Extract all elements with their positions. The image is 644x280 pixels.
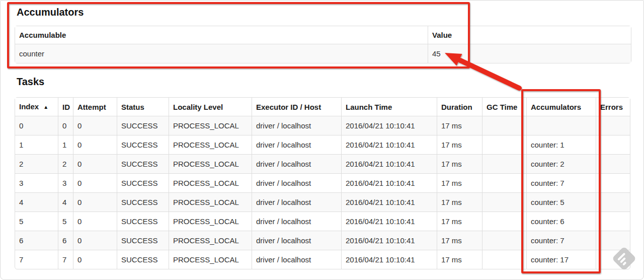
task-cell-executor: driver / localhost bbox=[252, 192, 341, 212]
task-cell-id: 6 bbox=[58, 231, 73, 250]
task-cell-attempt: 0 bbox=[73, 250, 117, 269]
accumulators-table: Accumulable Value counter 45 bbox=[15, 26, 631, 63]
task-cell-accumulators bbox=[526, 116, 596, 135]
task-cell-status: SUCCESS bbox=[117, 250, 169, 269]
task-cell-index: 6 bbox=[15, 231, 58, 250]
task-cell-executor: driver / localhost bbox=[252, 135, 341, 154]
task-row: 220SUCCESSPROCESS_LOCALdriver / localhos… bbox=[15, 154, 630, 173]
task-cell-index: 2 bbox=[15, 154, 58, 173]
task-cell-attempt: 0 bbox=[73, 231, 117, 250]
task-cell-errors bbox=[596, 135, 630, 154]
task-cell-executor: driver / localhost bbox=[252, 116, 341, 135]
task-cell-errors bbox=[596, 212, 630, 231]
task-cell-executor: driver / localhost bbox=[252, 154, 341, 173]
task-cell-index: 1 bbox=[15, 135, 58, 154]
task-cell-errors bbox=[596, 116, 630, 135]
page-frame: Accumulators Accumulable Value counter 4… bbox=[0, 0, 644, 280]
accumulator-row: counter 45 bbox=[15, 44, 631, 63]
tasks-section-title: Tasks bbox=[17, 76, 44, 88]
task-row: 000SUCCESSPROCESS_LOCALdriver / localhos… bbox=[15, 116, 630, 135]
column-header-index-label: Index bbox=[19, 102, 39, 111]
column-header-attempt[interactable]: Attempt bbox=[73, 98, 117, 116]
task-cell-accumulators: counter: 5 bbox=[526, 192, 596, 212]
task-cell-launch: 2016/04/21 10:10:41 bbox=[341, 231, 437, 250]
column-header-value[interactable]: Value bbox=[428, 26, 631, 44]
task-cell-duration: 17 ms bbox=[437, 250, 482, 269]
task-cell-index: 3 bbox=[15, 173, 58, 192]
task-cell-index: 4 bbox=[15, 192, 58, 212]
column-header-duration[interactable]: Duration bbox=[437, 98, 482, 116]
task-cell-id: 3 bbox=[58, 173, 73, 192]
task-cell-accumulators: counter: 2 bbox=[526, 154, 596, 173]
column-header-locality-level[interactable]: Locality Level bbox=[169, 98, 252, 116]
task-cell-attempt: 0 bbox=[73, 212, 117, 231]
task-cell-attempt: 0 bbox=[73, 173, 117, 192]
task-row: 330SUCCESSPROCESS_LOCALdriver / localhos… bbox=[15, 173, 630, 192]
task-cell-duration: 17 ms bbox=[437, 231, 482, 250]
task-cell-executor: driver / localhost bbox=[252, 250, 341, 269]
task-cell-attempt: 0 bbox=[73, 192, 117, 212]
task-cell-duration: 17 ms bbox=[437, 212, 482, 231]
task-cell-status: SUCCESS bbox=[117, 135, 169, 154]
task-cell-status: SUCCESS bbox=[117, 192, 169, 212]
task-cell-id: 5 bbox=[58, 212, 73, 231]
task-row: 770SUCCESSPROCESS_LOCALdriver / localhos… bbox=[15, 250, 630, 269]
task-cell-index: 5 bbox=[15, 212, 58, 231]
task-cell-index: 0 bbox=[15, 116, 58, 135]
task-cell-duration: 17 ms bbox=[437, 116, 482, 135]
task-cell-id: 4 bbox=[58, 192, 73, 212]
task-cell-gc bbox=[482, 231, 526, 250]
task-cell-duration: 17 ms bbox=[437, 173, 482, 192]
task-cell-locality: PROCESS_LOCAL bbox=[169, 192, 252, 212]
task-cell-executor: driver / localhost bbox=[252, 173, 341, 192]
column-header-gc-time[interactable]: GC Time bbox=[482, 98, 526, 116]
task-cell-locality: PROCESS_LOCAL bbox=[169, 250, 252, 269]
column-header-status[interactable]: Status bbox=[117, 98, 169, 116]
task-cell-gc bbox=[482, 154, 526, 173]
task-cell-status: SUCCESS bbox=[117, 173, 169, 192]
task-cell-status: SUCCESS bbox=[117, 116, 169, 135]
task-row: 550SUCCESSPROCESS_LOCALdriver / localhos… bbox=[15, 212, 630, 231]
task-cell-attempt: 0 bbox=[73, 154, 117, 173]
task-cell-status: SUCCESS bbox=[117, 231, 169, 250]
task-cell-gc bbox=[482, 135, 526, 154]
task-cell-index: 7 bbox=[15, 250, 58, 269]
task-cell-gc bbox=[482, 212, 526, 231]
task-cell-status: SUCCESS bbox=[117, 212, 169, 231]
task-cell-accumulators: counter: 6 bbox=[526, 212, 596, 231]
task-cell-launch: 2016/04/21 10:10:41 bbox=[341, 154, 437, 173]
column-header-id[interactable]: ID bbox=[58, 98, 73, 116]
column-header-launch-time[interactable]: Launch Time bbox=[341, 98, 437, 116]
task-cell-launch: 2016/04/21 10:10:41 bbox=[341, 116, 437, 135]
task-cell-errors bbox=[596, 154, 630, 173]
task-cell-id: 2 bbox=[58, 154, 73, 173]
accumulators-section-title: Accumulators bbox=[17, 7, 84, 18]
accumulable-name-cell: counter bbox=[15, 44, 428, 63]
task-cell-locality: PROCESS_LOCAL bbox=[169, 154, 252, 173]
task-cell-locality: PROCESS_LOCAL bbox=[169, 116, 252, 135]
task-cell-launch: 2016/04/21 10:10:41 bbox=[341, 212, 437, 231]
task-cell-gc bbox=[482, 116, 526, 135]
task-cell-locality: PROCESS_LOCAL bbox=[169, 212, 252, 231]
task-cell-attempt: 0 bbox=[73, 116, 117, 135]
task-cell-id: 1 bbox=[58, 135, 73, 154]
task-cell-id: 0 bbox=[58, 116, 73, 135]
task-cell-gc bbox=[482, 192, 526, 212]
tasks-table: Index▲ ID Attempt Status Locality Level … bbox=[15, 97, 630, 269]
task-cell-accumulators: counter: 7 bbox=[526, 173, 596, 192]
task-row: 660SUCCESSPROCESS_LOCALdriver / localhos… bbox=[15, 231, 630, 250]
task-cell-locality: PROCESS_LOCAL bbox=[169, 135, 252, 154]
task-cell-launch: 2016/04/21 10:10:41 bbox=[341, 173, 437, 192]
column-header-accumulators[interactable]: Accumulators bbox=[526, 98, 596, 116]
column-header-index[interactable]: Index▲ bbox=[15, 98, 58, 116]
task-cell-errors bbox=[596, 173, 630, 192]
task-cell-launch: 2016/04/21 10:10:41 bbox=[341, 135, 437, 154]
task-cell-launch: 2016/04/21 10:10:41 bbox=[341, 192, 437, 212]
task-cell-executor: driver / localhost bbox=[252, 212, 341, 231]
task-cell-accumulators: counter: 1 bbox=[526, 135, 596, 154]
column-header-accumulable[interactable]: Accumulable bbox=[15, 26, 428, 44]
accumulable-value-cell: 45 bbox=[428, 44, 631, 63]
column-header-executor[interactable]: Executor ID / Host bbox=[252, 98, 341, 116]
task-cell-duration: 17 ms bbox=[437, 154, 482, 173]
column-header-errors[interactable]: Errors bbox=[596, 98, 630, 116]
